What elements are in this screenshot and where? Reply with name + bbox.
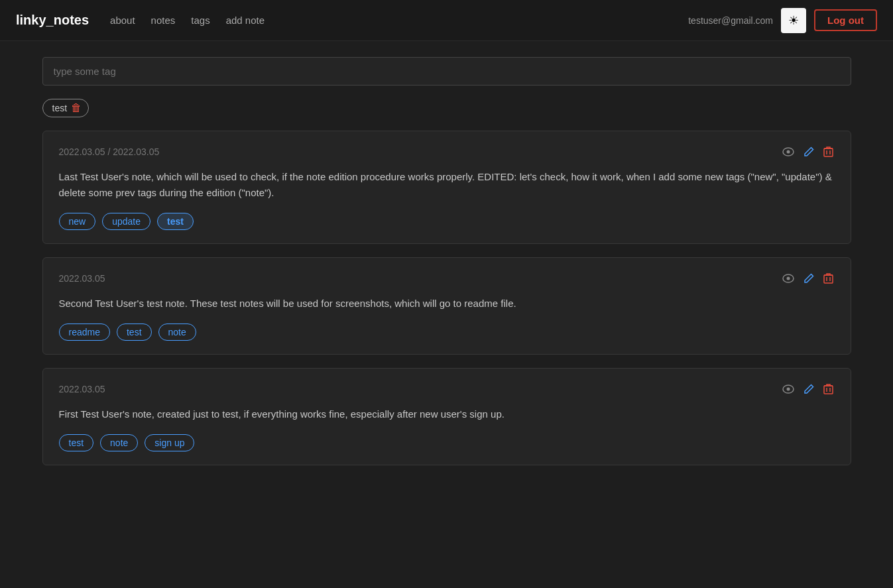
note-tags: newupdatetest	[59, 213, 835, 230]
note-header: 2022.03.05	[59, 382, 835, 396]
edit-note-button[interactable]	[802, 382, 815, 396]
note-tags: testnotesign up	[59, 434, 835, 451]
view-note-button[interactable]	[781, 146, 796, 158]
nav-links: aboutnotestagsadd note	[110, 15, 688, 26]
note-body: Second Test User's test note. These test…	[59, 296, 835, 312]
svg-rect-12	[824, 386, 833, 394]
note-date: 2022.03.05	[59, 384, 105, 394]
edit-note-button[interactable]	[802, 272, 815, 285]
main-content: test🗑 2022.03.05 / 2022.03.05Last Test U…	[16, 41, 878, 495]
svg-rect-2	[824, 148, 833, 156]
edit-note-button[interactable]	[802, 145, 815, 158]
note-tag-chip[interactable]: update	[102, 213, 150, 230]
note-tag-chip[interactable]: readme	[59, 323, 110, 341]
delete-note-button[interactable]	[822, 382, 835, 396]
navbar: linky_notes aboutnotestagsadd note testu…	[0, 0, 893, 41]
note-tag-chip[interactable]: test	[117, 323, 152, 341]
active-tags: test🗑	[42, 99, 851, 117]
note-tags: readmetestnote	[59, 323, 835, 341]
nav-link-notes[interactable]: notes	[151, 15, 176, 26]
nav-link-tags[interactable]: tags	[191, 15, 209, 26]
note-header: 2022.03.05	[59, 271, 835, 285]
note-tag-chip[interactable]: note	[100, 434, 138, 451]
note-card: 2022.03.05 / 2022.03.05Last Test User's …	[42, 131, 851, 244]
notes-list: 2022.03.05 / 2022.03.05Last Test User's …	[42, 131, 851, 465]
delete-note-button[interactable]	[822, 271, 835, 285]
note-actions	[781, 271, 835, 285]
active-filter-tag-label: test	[52, 103, 68, 113]
note-card: 2022.03.05Second Test User's test note. …	[42, 257, 851, 355]
tag-filter-input[interactable]	[42, 57, 851, 86]
note-header: 2022.03.05 / 2022.03.05	[59, 145, 835, 158]
note-date: 2022.03.05	[59, 273, 105, 284]
nav-link-about[interactable]: about	[110, 15, 135, 26]
view-note-button[interactable]	[781, 383, 796, 395]
view-note-button[interactable]	[781, 272, 796, 284]
tag-filter-container	[42, 57, 851, 86]
svg-point-1	[786, 150, 790, 153]
note-tag-chip[interactable]: test	[157, 213, 194, 230]
note-actions	[781, 382, 835, 396]
active-filter-tag: test🗑	[42, 99, 89, 117]
note-card: 2022.03.05First Test User's note, create…	[42, 368, 851, 465]
svg-rect-7	[824, 275, 833, 283]
svg-point-11	[786, 387, 790, 390]
note-date: 2022.03.05 / 2022.03.05	[59, 147, 160, 157]
theme-toggle-button[interactable]: ☀	[781, 8, 806, 33]
note-tag-chip[interactable]: test	[59, 434, 94, 451]
logout-button[interactable]: Log out	[814, 9, 877, 31]
navbar-right: testuser@gmail.com ☀ Log out	[688, 8, 877, 33]
svg-point-6	[786, 276, 790, 280]
note-tag-chip[interactable]: note	[158, 323, 196, 341]
note-body: Last Test User's note, which will be use…	[59, 169, 835, 201]
note-tag-chip[interactable]: sign up	[145, 434, 194, 451]
note-tag-chip[interactable]: new	[59, 213, 96, 230]
delete-note-button[interactable]	[822, 145, 835, 158]
note-actions	[781, 145, 835, 158]
delete-filter-tag-button[interactable]: 🗑	[71, 102, 82, 114]
user-email: testuser@gmail.com	[688, 15, 773, 26]
nav-link-add-note[interactable]: add note	[226, 15, 265, 26]
app-brand[interactable]: linky_notes	[16, 13, 89, 28]
note-body: First Test User's note, created just to …	[59, 406, 835, 422]
